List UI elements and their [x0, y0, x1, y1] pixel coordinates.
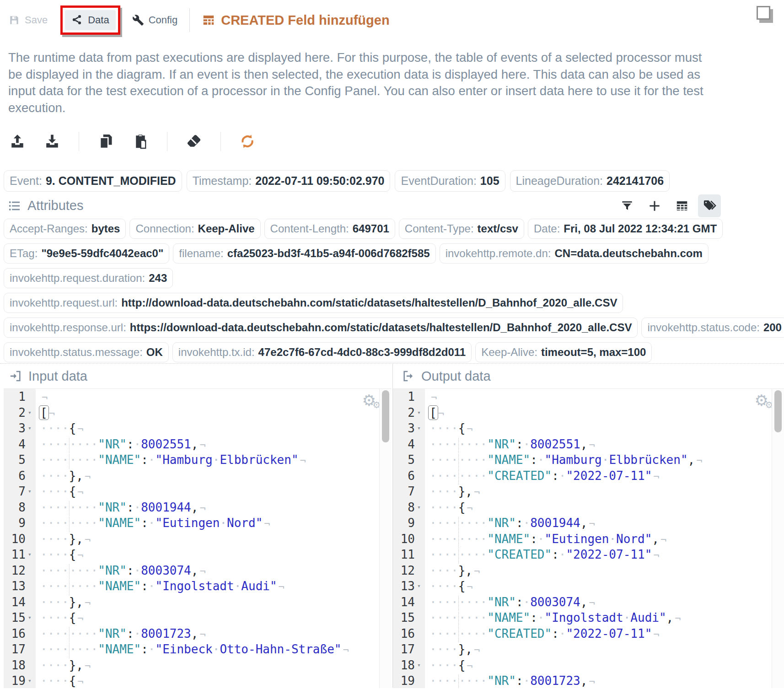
fold-triangle-icon — [28, 389, 36, 405]
fold-triangle-icon[interactable]: ▾ — [417, 420, 425, 436]
attribute-chip[interactable]: invokehttp.tx.id:47e2c7f6-67cd-4dc0-88c3… — [172, 342, 472, 362]
attribute-chip[interactable]: invokehttp.status.code:200 — [641, 318, 784, 338]
input-scrollbar[interactable] — [379, 389, 392, 688]
line-number: 17 — [393, 641, 417, 657]
fold-triangle-icon[interactable]: ▾ — [28, 484, 36, 500]
fold-triangle-icon[interactable]: ▾ — [417, 405, 425, 421]
line-number: 15 — [393, 610, 417, 626]
chip-label: ETag: — [10, 247, 38, 260]
event-info-row: Event:9. CONTENT_MODIFIEDTimestamp:2022-… — [4, 170, 784, 192]
event-chip: LineageDuration:242141706 — [510, 170, 670, 192]
output-settings-gear-icon[interactable]: ⚙⚙ — [755, 393, 768, 408]
line-number: 11 — [393, 547, 417, 563]
fold-triangle-icon — [417, 563, 425, 579]
maximize-icon[interactable] — [757, 6, 770, 20]
code-line: ····{¬ — [430, 657, 784, 673]
eraser-icon[interactable] — [186, 133, 202, 150]
output-scroll-thumb[interactable] — [774, 390, 782, 432]
attribute-chip[interactable]: invokehttp.response.url:https://download… — [4, 318, 638, 338]
fold-triangle-icon — [28, 657, 36, 673]
paste-icon[interactable] — [132, 133, 149, 150]
data-button[interactable]: Data — [65, 10, 115, 30]
gutter-line: 19▾ — [4, 673, 36, 688]
upload-icon[interactable] — [9, 133, 26, 150]
line-number: 5 — [393, 452, 417, 468]
input-editor[interactable]: 12▾3▾4567▾891011▾12131415▾16171819▾ ¬[¬·… — [4, 388, 392, 688]
code-line: ····{¬ — [40, 547, 392, 563]
chip-label: invokehttp.tx.id: — [178, 346, 255, 359]
table-view-icon[interactable] — [675, 199, 689, 213]
gutter-line: 3▾ — [393, 420, 425, 436]
chip-label: invokehttp.request.url: — [10, 296, 118, 309]
gutter-line: 13▾ — [393, 578, 425, 594]
input-code[interactable]: ¬[¬····{¬········"NR":·8002551,¬········… — [36, 389, 392, 688]
tag-view-active — [698, 194, 721, 217]
fold-triangle-icon[interactable]: ▾ — [28, 420, 36, 436]
fold-triangle-icon — [417, 673, 425, 688]
chip-label: Accept-Ranges: — [10, 222, 88, 235]
attribute-chip[interactable]: ETag:"9e9e5-59dfc4042eac0" — [4, 243, 169, 264]
output-gutter: 12▾3▾45678▾910111213▾1415161718▾19 — [393, 389, 425, 688]
gutter-line: 9 — [393, 515, 425, 531]
fold-triangle-icon[interactable]: ▾ — [417, 578, 425, 594]
code-line: ····{¬ — [40, 484, 392, 500]
save-button[interactable]: Save — [8, 14, 48, 26]
output-scrollbar[interactable] — [772, 389, 784, 688]
save-label: Save — [25, 14, 48, 26]
gutter-line: 16 — [4, 626, 36, 642]
attribute-chip[interactable]: Connection:Keep-Alive — [129, 219, 260, 239]
config-button[interactable]: Config — [132, 14, 178, 26]
copy-icon[interactable] — [97, 133, 114, 150]
line-number: 13 — [4, 578, 28, 594]
attribute-chip[interactable]: Content-Type:text/csv — [399, 219, 524, 239]
data-label: Data — [88, 14, 109, 26]
recycle-icon[interactable] — [239, 133, 256, 150]
attribute-chip[interactable]: Date:Fri, 08 Jul 2022 12:34:21 GMT — [528, 219, 723, 239]
attribute-chip[interactable]: invokehttp.request.url:http://download-d… — [4, 293, 623, 313]
attribute-chip[interactable]: Accept-Ranges:bytes — [4, 219, 126, 239]
gutter-line: 7 — [393, 484, 425, 500]
event-chip: Event:9. CONTENT_MODIFIED — [4, 170, 182, 192]
fold-triangle-icon[interactable]: ▾ — [28, 610, 36, 626]
chip-label: Event: — [10, 174, 42, 188]
fold-triangle-icon[interactable]: ▾ — [28, 547, 36, 563]
output-code[interactable]: ¬[¬····{¬········"NR":·8002551,¬········… — [425, 389, 784, 688]
gutter-line: 1 — [393, 389, 425, 405]
attribute-chip-row: invokehttp.status.message:OKinvokehttp.t… — [4, 342, 784, 362]
output-panel: Output data 12▾3▾45678▾910111213▾1415161… — [392, 364, 784, 688]
tag-icon[interactable] — [703, 199, 716, 213]
input-settings-gear-icon[interactable]: ⚙⚙ — [362, 393, 376, 408]
output-editor[interactable]: 12▾3▾45678▾910111213▾1415161718▾19 ¬[¬··… — [393, 388, 784, 688]
chip-label: Date: — [534, 222, 560, 235]
attribute-chip[interactable]: invokehttp.remote.dn:CN=data.deutschebah… — [440, 243, 709, 264]
fold-triangle-icon[interactable]: ▾ — [28, 405, 36, 421]
code-line: ····},¬ — [40, 468, 392, 484]
attribute-chip[interactable]: Content-Length:649701 — [264, 219, 395, 239]
fold-triangle-icon — [417, 436, 425, 452]
fold-triangle-icon[interactable]: ▾ — [417, 657, 425, 673]
gutter-line: 12 — [4, 563, 36, 579]
chip-value: timeout=5, max=100 — [541, 346, 646, 359]
gutter-line: 5 — [4, 452, 36, 468]
download-icon[interactable] — [44, 133, 60, 150]
gutter-line: 16 — [393, 626, 425, 642]
attribute-chip[interactable]: invokehttp.status.message:OK — [4, 342, 169, 362]
gutter-line: 5 — [393, 452, 425, 468]
line-number: 1 — [4, 389, 28, 405]
code-line: ········"NR":·8003074,¬ — [430, 594, 784, 610]
filter-icon[interactable] — [620, 199, 634, 213]
import-icon — [9, 370, 22, 382]
input-scroll-thumb[interactable] — [382, 390, 389, 442]
attribute-chip[interactable]: Keep-Alive:timeout=5, max=100 — [475, 342, 652, 362]
plus-icon[interactable] — [648, 199, 661, 213]
fold-triangle-icon[interactable]: ▾ — [28, 673, 36, 688]
code-line: ········"CREATED":·"2022-07-11"¬ — [430, 547, 784, 563]
attribute-chip[interactable]: invokehttp.request.duration:243 — [4, 268, 173, 288]
chip-value: 649701 — [353, 222, 389, 235]
fold-triangle-icon[interactable]: ▾ — [417, 500, 425, 516]
chip-value: 242141706 — [607, 174, 664, 188]
attribute-chip[interactable]: filename:cfa25023-bd3f-41b5-a94f-006d768… — [173, 243, 435, 264]
code-line: ········"NR":·8001944,¬ — [430, 515, 784, 531]
line-number: 15 — [4, 610, 28, 626]
code-line: [¬ — [430, 405, 784, 421]
